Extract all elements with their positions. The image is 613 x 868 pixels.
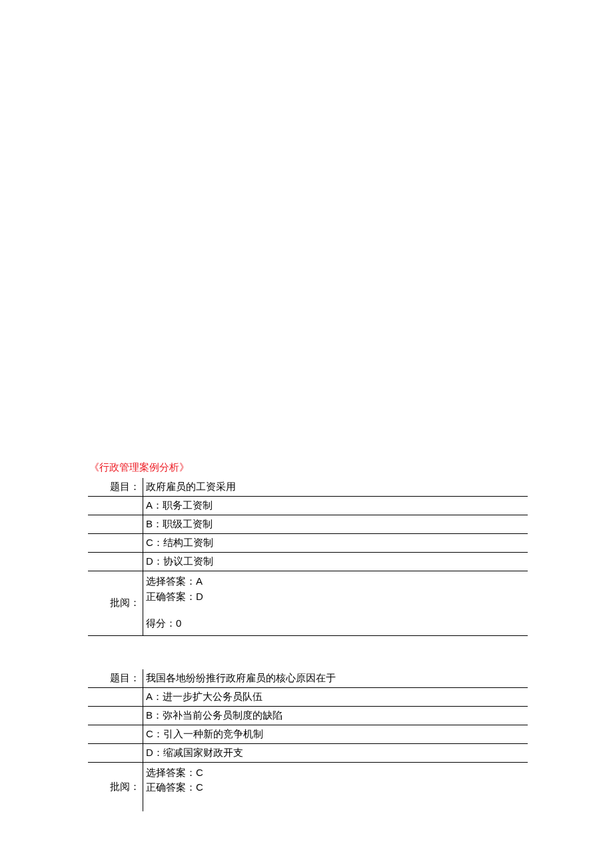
document-content: 《行政管理案例分析》 题目： 政府雇员的工资采用 A：职务工资制 B：职级工资制… [88,461,528,845]
review-row: 批阅： 选择答案：C 正确答案：C [88,763,528,811]
question-block: 题目： 我国各地纷纷推行政府雇员的核心原因在于 A：进一步扩大公务员队伍 B：弥… [88,669,528,811]
review-label: 批阅： [88,763,143,811]
option-row: D：缩减国家财政开支 [88,744,528,763]
question-block: 题目： 政府雇员的工资采用 A：职务工资制 B：职级工资制 C：结构工资制 D：… [88,478,528,636]
question-prompt-row: 题目： 政府雇员的工资采用 [88,478,528,497]
option-c: C：结构工资制 [143,534,528,553]
option-row: A：职务工资制 [88,497,528,515]
review-content: 选择答案：C 正确答案：C [143,763,528,811]
question-prompt: 我国各地纷纷推行政府雇员的核心原因在于 [143,669,528,688]
option-b: B：职级工资制 [143,515,528,534]
option-d: D：协议工资制 [143,553,528,571]
score: 得分：0 [146,616,528,631]
selected-answer: 选择答案：A [146,574,528,589]
question-prompt: 政府雇员的工资采用 [143,478,528,497]
question-label: 题目： [88,669,143,688]
question-prompt-row: 题目： 我国各地纷纷推行政府雇员的核心原因在于 [88,669,528,688]
option-row: B：弥补当前公务员制度的缺陷 [88,707,528,725]
option-row: B：职级工资制 [88,515,528,534]
option-c: C：引入一种新的竞争机制 [143,725,528,744]
option-a: A：进一步扩大公务员队伍 [143,688,528,707]
review-content: 选择答案：A 正确答案：D 得分：0 [143,571,528,636]
option-row: D：协议工资制 [88,553,528,571]
option-b: B：弥补当前公务员制度的缺陷 [143,707,528,725]
option-row: A：进一步扩大公务员队伍 [88,688,528,707]
document-title: 《行政管理案例分析》 [89,461,528,474]
option-row: C：引入一种新的竞争机制 [88,725,528,744]
correct-answer: 正确答案：D [146,589,528,605]
option-a: A：职务工资制 [143,497,528,515]
option-row: C：结构工资制 [88,534,528,553]
review-label: 批阅： [88,571,143,636]
option-d: D：缩减国家财政开支 [143,744,528,763]
selected-answer: 选择答案：C [146,765,528,781]
review-row: 批阅： 选择答案：A 正确答案：D 得分：0 [88,571,528,636]
question-label: 题目： [88,478,143,497]
correct-answer: 正确答案：C [146,780,528,795]
